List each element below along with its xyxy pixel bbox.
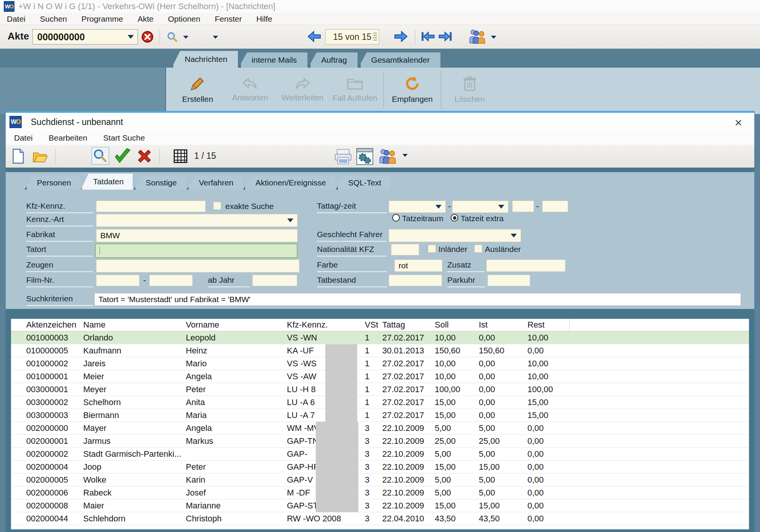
close-icon[interactable]: × bbox=[735, 116, 742, 129]
tatort-input[interactable] bbox=[95, 244, 298, 258]
farbe-input[interactable]: rot bbox=[394, 260, 442, 272]
erstellen-button[interactable]: Erstellen bbox=[171, 68, 224, 112]
dialog-toolbar: 1 / 15 bbox=[6, 145, 754, 168]
suchkriterien-field[interactable]: Tatort = 'Musterstadt' und Fabrikat = 'B… bbox=[94, 293, 741, 306]
akte-combobox[interactable]: 000000000 bbox=[32, 29, 138, 44]
zeugen-input[interactable] bbox=[96, 260, 299, 272]
tab-tatdaten[interactable]: Tatdaten bbox=[81, 174, 133, 190]
kennz-art-select[interactable] bbox=[96, 214, 298, 227]
exakte-suche-checkbox[interactable] bbox=[213, 202, 221, 210]
column-header-vorname[interactable]: Vorname bbox=[185, 319, 286, 331]
tatort-label: Tatort bbox=[26, 245, 93, 256]
tab-personen[interactable]: Personen bbox=[25, 176, 80, 190]
tatbestand-input[interactable] bbox=[389, 275, 442, 286]
suchkriterien-label: Suchkriterien bbox=[26, 294, 93, 306]
tab-nachrichten[interactable]: Nachrichten bbox=[172, 51, 238, 68]
ab-jahr-input[interactable] bbox=[252, 275, 297, 286]
print-icon[interactable] bbox=[334, 149, 352, 165]
table-row[interactable]: 002000004JoopPeterGAP-HF322.10.200915,00… bbox=[11, 461, 749, 473]
menu-item-datei[interactable]: Datei bbox=[14, 133, 33, 142]
persons-dropdown-icon[interactable] bbox=[491, 36, 496, 39]
tab-sql-text[interactable]: SQL-Text bbox=[336, 176, 391, 190]
table-row[interactable]: 002000006RabeckJosefM -DF322.10.20095,00… bbox=[11, 486, 749, 499]
kfz-kennz-input[interactable] bbox=[96, 201, 206, 212]
tab-auftrag[interactable]: Auftrag bbox=[308, 52, 358, 68]
menu-item-bearbeiten[interactable]: Bearbeiten bbox=[49, 133, 87, 142]
nav-last-icon[interactable] bbox=[438, 31, 453, 42]
menu-item-fenster[interactable]: Fenster bbox=[215, 14, 242, 24]
cancel-icon[interactable] bbox=[136, 148, 153, 165]
film-nr-to-input[interactable] bbox=[149, 275, 193, 286]
geschlecht-fahrer-select[interactable] bbox=[389, 229, 521, 242]
tatzeit-extra-radio[interactable] bbox=[451, 214, 458, 222]
column-header-name[interactable]: Name bbox=[82, 319, 185, 331]
zusatz-input[interactable] bbox=[486, 260, 565, 272]
record-position-field[interactable]: 15 von 15 bbox=[325, 29, 379, 44]
table-row[interactable]: 003000002SchelhornAnitaLU -A 6127.02.201… bbox=[11, 396, 749, 409]
grid-icon[interactable] bbox=[174, 149, 187, 163]
tattag-from-select[interactable] bbox=[389, 201, 446, 213]
tab-aktionen-ereignisse[interactable]: Aktionen/Ereignisse bbox=[243, 176, 335, 190]
inlaender-checkbox[interactable] bbox=[428, 245, 436, 253]
column-header-tattag[interactable]: Tattag bbox=[382, 319, 434, 331]
empfangen-button[interactable]: Empfangen bbox=[386, 68, 439, 112]
table-row[interactable]: 003000001MeyerPeterLU -H 8127.02.2017100… bbox=[11, 383, 749, 396]
table-row[interactable]: 002000001JarmusMarkusGAP-TN 2322.10.2009… bbox=[11, 435, 749, 448]
search-icon[interactable] bbox=[166, 31, 178, 43]
menu-item-optionen[interactable]: Optionen bbox=[168, 14, 200, 24]
table-row[interactable]: 003000003BiermannMariaLU -A 7127.02.2017… bbox=[11, 409, 749, 422]
record-spinner[interactable] bbox=[373, 33, 377, 41]
tatzeit-to-input[interactable] bbox=[542, 201, 568, 212]
header-column-divider bbox=[569, 319, 570, 331]
table-row[interactable]: 001000003OrlandoLeopoldVS -WN127.02.2017… bbox=[11, 331, 749, 344]
nav-next-icon[interactable] bbox=[394, 30, 408, 43]
search-icon[interactable] bbox=[92, 147, 109, 165]
tab-verfahren[interactable]: Verfahren bbox=[187, 176, 242, 190]
table-row[interactable]: 002000008MaierMarianneGAP-ST322.10.20091… bbox=[11, 499, 749, 512]
column-header-kfz-kennz[interactable]: Kfz-Kennz. bbox=[286, 319, 364, 331]
settings-icon[interactable] bbox=[356, 148, 374, 165]
nationalitaet-kfz-label: Nationalität KFZ bbox=[317, 245, 387, 256]
column-header-soll[interactable]: Soll bbox=[434, 319, 478, 331]
menu-item-akte[interactable]: Akte bbox=[138, 14, 154, 24]
tab-gesamtkalender[interactable]: Gesamtkalender bbox=[358, 52, 440, 68]
nav-first-icon[interactable] bbox=[420, 31, 435, 42]
persons-icon[interactable] bbox=[468, 29, 486, 44]
weiterleiten-button: Weiterleiten bbox=[276, 68, 329, 112]
column-header-aktenzeichen[interactable]: Aktenzeichen bbox=[11, 319, 82, 331]
nav-previous-icon[interactable] bbox=[307, 30, 321, 43]
persons-dropdown-icon[interactable] bbox=[402, 154, 408, 157]
persons-icon[interactable] bbox=[378, 148, 397, 165]
tatzeitraum-radio[interactable] bbox=[392, 214, 400, 222]
table-row[interactable]: 002000002Stadt Garmisch-Partenki...GAP-3… bbox=[11, 448, 749, 461]
tab-sonstige[interactable]: Sonstige bbox=[133, 176, 186, 190]
table-row[interactable]: 001000001MeierAngelaVS -AW127.02.201710,… bbox=[11, 370, 749, 383]
table-row[interactable]: 010000005KaufmannHeinzKA -UF130.01.20131… bbox=[11, 344, 749, 357]
table-row[interactable]: 002000044SchlehdornChristophRW -WO 20083… bbox=[11, 512, 749, 525]
film-nr-from-input[interactable] bbox=[96, 275, 139, 286]
table-row[interactable]: 002000005WolkeKarinGAP-V322.10.20095,005… bbox=[11, 473, 749, 486]
parkuhr-input[interactable] bbox=[488, 275, 530, 286]
column-header-rest[interactable]: Rest bbox=[527, 319, 569, 331]
clear-icon[interactable] bbox=[141, 31, 154, 43]
tab-interne-mails[interactable]: interne Mails bbox=[239, 52, 307, 68]
fabrikat-input[interactable]: BMW bbox=[96, 229, 298, 242]
menu-item-hilfe[interactable]: Hilfe bbox=[256, 14, 272, 24]
menu-item-datei[interactable]: Datei bbox=[7, 14, 25, 24]
confirm-icon[interactable] bbox=[114, 148, 131, 165]
menu-item-start-suche[interactable]: Start Suche bbox=[103, 133, 145, 142]
column-header-vst[interactable]: VSt bbox=[364, 319, 382, 331]
open-folder-icon[interactable] bbox=[32, 150, 49, 163]
tatzeit-from-input[interactable] bbox=[512, 201, 534, 212]
toolbar-dropdown-icon[interactable] bbox=[213, 36, 218, 39]
column-header-ist[interactable]: Ist bbox=[478, 319, 527, 331]
nationalitaet-kfz-input[interactable] bbox=[391, 244, 419, 255]
table-row[interactable]: 001000002JareisMarioVS -WS127.02.201710,… bbox=[11, 357, 749, 370]
table-row[interactable]: 002000000MayerAngelaWM -MV322.10.20095,0… bbox=[11, 422, 749, 435]
auslaender-checkbox[interactable] bbox=[474, 245, 482, 253]
menu-item-suchen[interactable]: Suchen bbox=[40, 14, 67, 24]
search-dropdown-icon[interactable] bbox=[183, 36, 188, 39]
menu-item-programme[interactable]: Programme bbox=[81, 14, 123, 24]
tattag-to-select[interactable] bbox=[452, 201, 508, 213]
new-document-icon[interactable] bbox=[12, 149, 25, 164]
